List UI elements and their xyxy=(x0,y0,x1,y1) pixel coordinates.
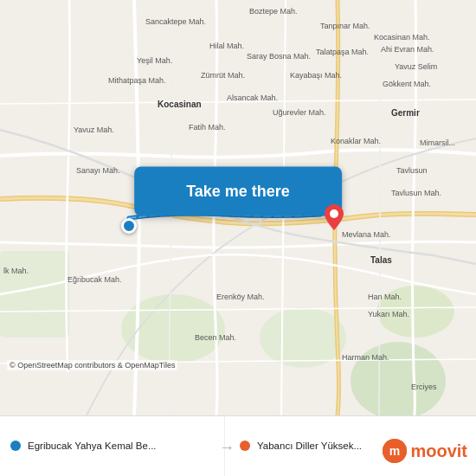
osm-attribution: © OpenStreetMap contributors & OpenMapTi… xyxy=(7,360,177,370)
svg-text:m: m xyxy=(389,444,400,458)
station-from: Egribucak Yahya Kemal Be... xyxy=(0,415,225,476)
destination-dot xyxy=(240,441,250,451)
moovit-icon: m xyxy=(383,439,407,463)
moovit-logo-text: moovit xyxy=(410,441,467,461)
svg-point-5 xyxy=(376,286,454,338)
origin-marker xyxy=(121,218,137,234)
from-label: Egribucak Yahya Kemal Be... xyxy=(28,440,157,453)
take-me-there-button[interactable]: Take me there xyxy=(134,166,342,215)
destination-marker xyxy=(325,204,344,230)
moovit-logo: m moovit xyxy=(383,439,467,463)
svg-point-2 xyxy=(260,307,346,368)
origin-dot xyxy=(10,441,21,451)
svg-rect-4 xyxy=(0,251,69,338)
map-container: Sancaktepe Mah. Boztepe Mah. Tanpınar Ma… xyxy=(0,0,476,415)
bottom-bar: Egribucak Yahya Kemal Be... → Yabancı Di… xyxy=(0,415,476,476)
to-label: Yabancı Diller Yüksek... xyxy=(257,440,362,453)
svg-point-12 xyxy=(330,209,338,218)
